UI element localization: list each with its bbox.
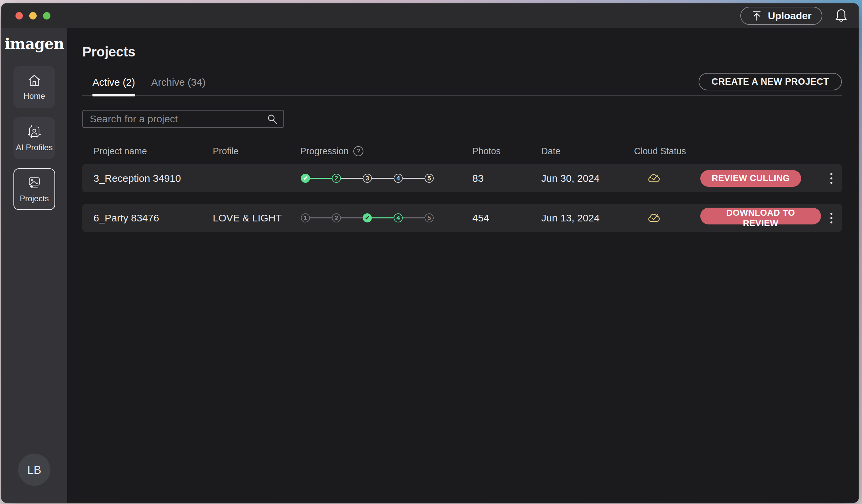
project-profile: LOVE & LIGHT — [213, 212, 300, 224]
tabs-bar: Active (2) Archive (34) CREATE A NEW PRO… — [82, 73, 842, 96]
project-date: Jun 13, 2024 — [541, 212, 634, 224]
step-1: 1 — [301, 213, 310, 223]
sidebar: imagen Home — [1, 28, 67, 503]
column-header-project-name: Project name — [93, 146, 213, 157]
progression-stepper: ✔ 2 3 4 5 — [300, 174, 472, 183]
row-menu-kebab-icon[interactable] — [821, 171, 842, 186]
table-header: Project name Profile Progression ? Photo… — [82, 143, 842, 160]
step-4: 4 — [394, 174, 403, 183]
tabs: Active (2) Archive (34) — [82, 77, 206, 95]
sidebar-item-home[interactable]: Home — [13, 66, 55, 108]
sidebar-item-projects[interactable]: Projects — [13, 168, 55, 210]
imagen-logo: imagen — [5, 37, 64, 51]
cloud-synced-icon — [648, 212, 661, 224]
photos-count: 454 — [472, 212, 541, 224]
step-5: 5 — [425, 213, 434, 223]
main-content: Projects Active (2) Archive (34) CREATE … — [67, 28, 859, 503]
home-icon — [27, 73, 42, 88]
table-row: 3_Reception 34910 ✔ 2 3 4 5 83 Jun 30, 2… — [82, 164, 842, 192]
sidebar-item-ai-profiles[interactable]: AI Profiles — [13, 117, 55, 159]
step-connector — [341, 178, 363, 179]
user-avatar[interactable]: LB — [18, 454, 50, 486]
step-5: 5 — [425, 174, 434, 183]
minimize-window-button[interactable] — [29, 12, 37, 19]
uploader-button[interactable]: Uploader — [740, 7, 822, 25]
ai-profiles-icon — [27, 124, 42, 140]
step-1: ✔ — [301, 174, 310, 183]
column-header-cloud-status: Cloud Status — [634, 146, 700, 157]
column-header-progression-label: Progression — [300, 146, 349, 157]
step-connector — [372, 217, 394, 218]
download-to-review-button[interactable]: DOWNLOAD TO REVIEW — [700, 208, 821, 224]
step-2: 2 — [332, 213, 341, 223]
progression-help-icon[interactable]: ? — [353, 146, 363, 156]
step-3: ✔ — [363, 213, 372, 223]
step-connector — [403, 217, 425, 218]
column-header-photos: Photos — [472, 146, 541, 157]
photos-count: 83 — [472, 173, 541, 184]
row-menu-kebab-icon[interactable] — [821, 211, 842, 225]
step-3: 3 — [363, 174, 372, 183]
cloud-synced-icon — [648, 173, 661, 184]
progression-stepper: 1 2 ✔ 4 5 — [300, 213, 472, 223]
table-row: 6_Party 83476 LOVE & LIGHT 1 2 ✔ 4 5 454… — [82, 204, 842, 232]
title-bar: Uploader — [1, 3, 859, 28]
zoom-window-button[interactable] — [43, 12, 50, 19]
sidebar-item-label: AI Profiles — [16, 143, 52, 152]
step-connector — [310, 217, 332, 218]
project-name: 6_Party 83476 — [93, 212, 213, 224]
search-icon[interactable] — [266, 114, 278, 125]
step-4: 4 — [394, 213, 403, 223]
review-culling-button[interactable]: REVIEW CULLING — [700, 170, 801, 187]
upload-icon — [751, 10, 762, 22]
step-connector — [341, 217, 363, 218]
sidebar-item-label: Home — [24, 91, 45, 101]
close-window-button[interactable] — [15, 12, 23, 19]
notifications-button[interactable] — [834, 8, 849, 24]
app-window: Uploader imagen — [1, 3, 859, 503]
step-connector — [310, 178, 332, 179]
create-new-project-button[interactable]: CREATE A NEW PROJECT — [698, 73, 842, 90]
tab-archive-projects[interactable]: Archive (34) — [151, 77, 206, 96]
tab-active-projects[interactable]: Active (2) — [92, 77, 135, 96]
column-header-profile: Profile — [213, 146, 300, 157]
column-header-progression: Progression ? — [300, 146, 472, 157]
sidebar-item-label: Projects — [20, 194, 49, 203]
step-connector — [403, 178, 425, 179]
bell-icon — [834, 8, 849, 24]
step-2: 2 — [332, 174, 341, 183]
page-title: Projects — [82, 44, 842, 59]
search-input[interactable] — [82, 110, 284, 128]
uploader-button-label: Uploader — [768, 10, 812, 22]
project-search — [82, 110, 284, 128]
step-connector — [372, 178, 394, 179]
window-controls — [15, 12, 50, 19]
column-header-date: Date — [541, 146, 634, 157]
project-name: 3_Reception 34910 — [93, 173, 213, 184]
project-date: Jun 30, 2024 — [541, 173, 634, 184]
projects-icon — [27, 175, 42, 190]
sidebar-nav: Home AI Profiles — [13, 66, 55, 210]
